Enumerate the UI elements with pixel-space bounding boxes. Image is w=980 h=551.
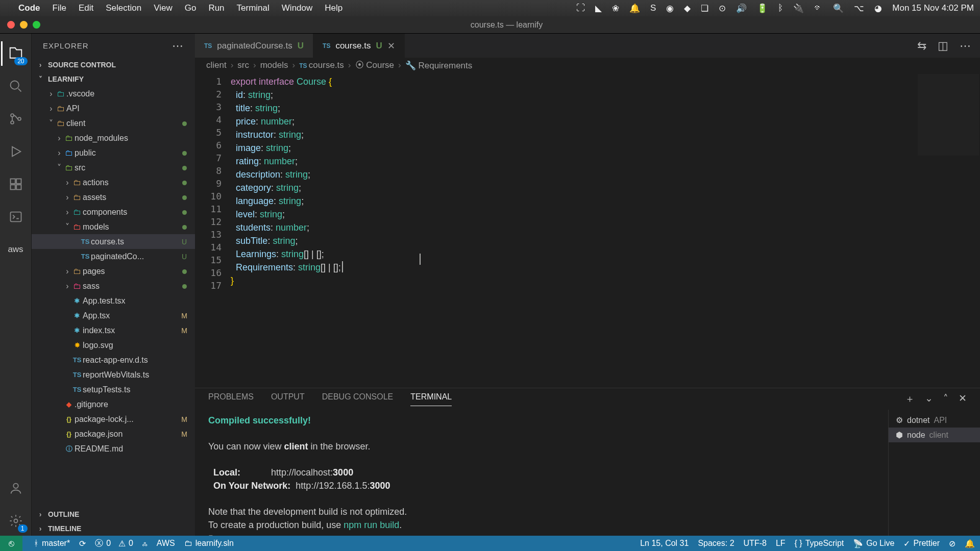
close-panel-icon[interactable]: ✕	[959, 392, 967, 406]
file-tree[interactable]: ›🗀.vscode›🗀API˅🗀client›🗀node_modules›🗀pu…	[32, 86, 195, 507]
menu-extra-icon[interactable]: ❏	[701, 3, 708, 14]
minimap[interactable]	[918, 74, 979, 156]
folder-item[interactable]: ›🗀node_modules	[32, 131, 195, 145]
mac-menu-item[interactable]: Run	[208, 3, 224, 13]
file-item[interactable]: ✸logo.svg	[32, 338, 195, 353]
menu-extra-icon[interactable]: ⛶	[576, 3, 585, 13]
file-item[interactable]: TSpaginatedCo...U	[32, 249, 195, 264]
file-item[interactable]: TScourse.tsU	[32, 234, 195, 249]
compare-changes-icon[interactable]: ⇆	[917, 39, 926, 53]
folder-item[interactable]: ›🗀.vscode	[32, 86, 195, 101]
control-center-icon[interactable]: ⌥	[854, 3, 864, 14]
file-item[interactable]: TSreportWebVitals.ts	[32, 367, 195, 382]
mac-menu-item[interactable]: Terminal	[237, 3, 270, 13]
remote-indicator[interactable]: ⎋	[0, 536, 22, 551]
siri-icon[interactable]: ◕	[874, 3, 882, 14]
breadcrumb-item[interactable]: ⦿ Course	[355, 60, 395, 70]
new-terminal-icon[interactable]: ＋	[905, 392, 915, 406]
file-item[interactable]: TSsetupTests.ts	[32, 382, 195, 397]
aws-status[interactable]: AWS	[157, 539, 175, 548]
mac-menu-item[interactable]: View	[154, 3, 173, 13]
problems-status[interactable]: ⓧ 0 ⚠ 0	[95, 538, 133, 549]
terminal-dropdown-icon[interactable]: ⌄	[925, 392, 933, 406]
app-name[interactable]: Code	[18, 3, 40, 13]
encoding-status[interactable]: UTF-8	[744, 539, 767, 548]
more-actions-icon[interactable]: ⋯	[960, 39, 971, 53]
panel-tab[interactable]: DEBUG CONSOLE	[322, 392, 394, 406]
mac-menu-item[interactable]: File	[53, 3, 66, 13]
mac-menu-item[interactable]: Help	[325, 3, 342, 13]
search-activity[interactable]	[1, 71, 31, 101]
breadcrumbs[interactable]: client›src›models›TS course.ts›⦿ Course›…	[195, 58, 980, 73]
notifications-icon[interactable]: 🔔	[965, 539, 975, 548]
run-debug-activity[interactable]	[1, 137, 31, 166]
section-source-control[interactable]: ›SOURCE CONTROL	[32, 58, 195, 72]
panel-tab[interactable]: OUTPUT	[271, 392, 305, 406]
mac-menu-item[interactable]: Window	[282, 3, 312, 13]
zoom-window-button[interactable]	[33, 21, 40, 29]
spotlight-icon[interactable]: 🔍	[833, 3, 844, 14]
wifi-icon[interactable]: ᯤ	[814, 3, 823, 13]
slack-icon[interactable]: S	[650, 3, 656, 13]
git-branch[interactable]: ᚼ master*	[34, 539, 70, 548]
eol-status[interactable]: LF	[776, 539, 786, 548]
bluetooth-icon[interactable]: ᛒ	[778, 3, 783, 13]
battery-icon[interactable]: 🔋	[757, 3, 768, 14]
file-item[interactable]: TSreact-app-env.d.ts	[32, 353, 195, 367]
close-window-button[interactable]	[7, 21, 15, 29]
cursor-position[interactable]: Ln 15, Col 31	[640, 539, 689, 548]
editor-body[interactable]: 1234567891011121314151617 export interfa…	[195, 73, 980, 388]
terminal-activity[interactable]	[1, 202, 31, 232]
breadcrumb-item[interactable]: models	[260, 60, 288, 70]
panel-tab[interactable]: TERMINAL	[410, 392, 452, 406]
scm-activity[interactable]	[1, 104, 31, 134]
file-item[interactable]: {}package-lock.j...M	[32, 412, 195, 427]
folder-item[interactable]: ˅🗀models	[32, 219, 195, 234]
split-editor-icon[interactable]: ◫	[938, 39, 948, 53]
folder-item[interactable]: ˅🗀client	[32, 116, 195, 131]
aws-activity[interactable]: aws	[1, 235, 31, 264]
language-mode[interactable]: { } TypeScript	[795, 539, 844, 548]
feedback-icon[interactable]: ⊘	[949, 539, 955, 548]
folder-item[interactable]: ›🗀sass	[32, 279, 195, 293]
terminal-process[interactable]: ⬢nodeclient	[889, 428, 980, 442]
solution-status[interactable]: 🗀 learnify.sln	[184, 539, 234, 548]
minimize-window-button[interactable]	[20, 21, 28, 29]
panel-tab[interactable]: PROBLEMS	[208, 392, 254, 406]
maximize-panel-icon[interactable]: ˄	[943, 392, 948, 406]
breadcrumb-item[interactable]: TS course.ts	[299, 60, 344, 70]
vlc-icon[interactable]: ◣	[595, 3, 602, 14]
section-outline[interactable]: ›OUTLINE	[32, 507, 195, 521]
folder-item[interactable]: ˅🗀src	[32, 160, 195, 175]
folder-item[interactable]: ›🗀API	[32, 101, 195, 116]
folder-item[interactable]: ›🗀components	[32, 205, 195, 219]
folder-item[interactable]: ›🗀pages	[32, 264, 195, 279]
go-live-button[interactable]: 📡 Go Live	[853, 539, 894, 548]
file-item[interactable]: ⚛︎App.test.tsx	[32, 293, 195, 308]
explorer-activity[interactable]: 20	[1, 39, 31, 68]
menu-extra-icon[interactable]: ❀	[612, 3, 619, 14]
file-item[interactable]: ⓘREADME.md	[32, 441, 195, 456]
explorer-more-icon[interactable]: ⋯	[172, 39, 184, 53]
volume-icon[interactable]: 🔊	[736, 3, 747, 14]
prettier-status[interactable]: ✓ Prettier	[903, 539, 940, 548]
file-item[interactable]: ⚛︎App.tsxM	[32, 308, 195, 323]
editor-tab[interactable]: TSpaginatedCourse.tsU	[195, 34, 313, 58]
mac-menu-item[interactable]: Edit	[79, 3, 93, 13]
sync-button[interactable]: ⟳	[79, 539, 86, 548]
extensions-activity[interactable]	[1, 169, 31, 199]
menu-extra-icon[interactable]: ◆	[684, 3, 691, 14]
mac-menu-item[interactable]: Selection	[106, 3, 141, 13]
folder-item[interactable]: ›🗀assets	[32, 190, 195, 205]
mac-menu-item[interactable]: Go	[185, 3, 197, 13]
code-content[interactable]: export interface Course { id: string; ti…	[231, 73, 980, 388]
file-item[interactable]: ◆.gitignore	[32, 397, 195, 412]
close-tab-icon[interactable]: ✕	[387, 40, 395, 52]
menu-extra-icon[interactable]: ◉	[666, 3, 674, 14]
breadcrumb-item[interactable]: 🔧 Requirements	[405, 60, 473, 71]
folder-item[interactable]: ›🗀public	[32, 145, 195, 160]
file-item[interactable]: ⚛︎index.tsxM	[32, 323, 195, 338]
file-item[interactable]: {}package.jsonM	[32, 427, 195, 441]
menubar-clock[interactable]: Mon 15 Nov 4:02 PM	[892, 3, 974, 13]
settings-activity[interactable]: 1	[1, 506, 31, 536]
